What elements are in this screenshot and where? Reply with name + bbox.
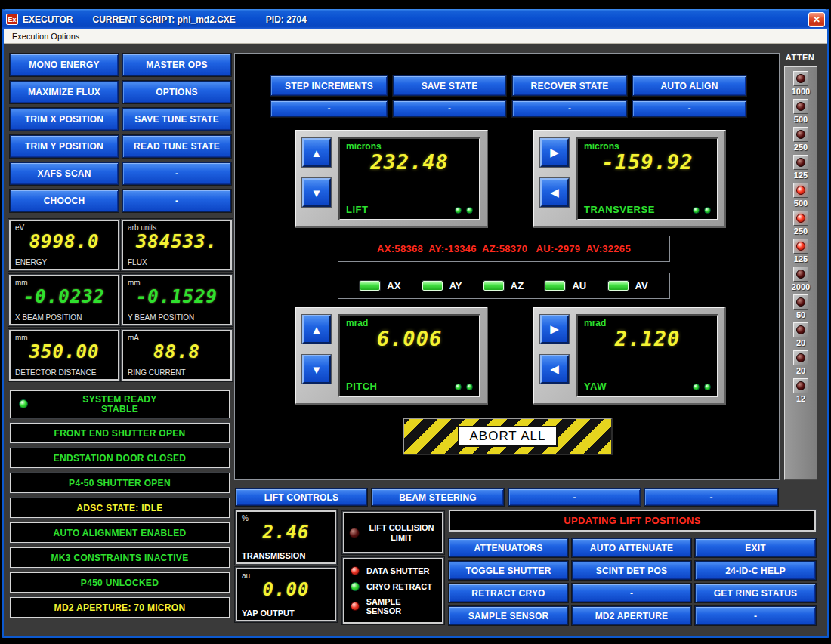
tab-blank-1[interactable]: - <box>508 488 641 506</box>
transverse-status-led-1 <box>693 207 700 214</box>
data-shutter-label: DATA SHUTTER <box>366 566 430 575</box>
lift-down-arrow-button[interactable]: ▼ <box>302 178 331 207</box>
yap-value: 0.00 <box>242 579 330 600</box>
lift-display: microns 232.48 LIFT <box>338 137 480 220</box>
yaw-status-led-2 <box>704 384 711 390</box>
status-text: P4-50 SHUTTER OPEN <box>69 478 171 488</box>
ax-label: AX <box>387 280 400 291</box>
transverse-left-arrow-button[interactable]: ◀ <box>540 178 569 207</box>
button-24idc-help[interactable]: 24-ID-C HELP <box>695 561 816 580</box>
attenuator-item-5[interactable]: 250 <box>793 211 808 236</box>
x-beam-value: -0.0232 <box>15 286 113 307</box>
button-blank-3[interactable]: - <box>572 584 691 602</box>
status-md2-aperture: MD2 APERTURE: 70 MICRON <box>10 597 230 618</box>
button-read-tune-state[interactable]: READ TUNE STATE <box>122 135 231 158</box>
status-text: MD2 APERTURE: 70 MICRON <box>54 602 186 613</box>
yaw-left-arrow-button[interactable]: ◀ <box>540 355 569 384</box>
button-save-tune-state[interactable]: SAVE TUNE STATE <box>122 108 231 131</box>
readout-grid: eV 8998.0 ENERGY arb units 384533. FLUX … <box>9 220 233 381</box>
transmission-label: TRANSMISSION <box>242 551 305 560</box>
attenuator-item-6[interactable]: 125 <box>793 239 808 263</box>
button-step-increments[interactable]: STEP INCREMENTS <box>270 75 388 96</box>
attenuator-item-1[interactable]: 500 <box>793 99 808 124</box>
sample-sensor-label: SAMPLE SENSOR <box>366 597 436 615</box>
attenuator-item-8[interactable]: 50 <box>793 294 808 319</box>
tab-lift-controls[interactable]: LIFT CONTROLS <box>236 488 367 506</box>
tab-beam-steering[interactable]: BEAM STEERING <box>372 488 504 506</box>
yaw-right-arrow-button[interactable]: ▶ <box>540 315 569 344</box>
button-maximize-flux[interactable]: MAXIMIZE FLUX <box>10 81 119 103</box>
button-sample-sensor[interactable]: SAMPLE SENSOR <box>449 606 568 625</box>
button-blank-2[interactable]: - <box>122 190 231 212</box>
attenuator-led <box>796 297 805 307</box>
button-toggle-shutter[interactable]: TOGGLE SHUTTER <box>449 561 568 580</box>
attenuator-item-0[interactable]: 1000 <box>792 71 810 96</box>
button-auto-align[interactable]: AUTO ALIGN <box>632 75 746 96</box>
energy-value: 8998.0 <box>15 231 113 252</box>
transverse-display: microns -159.92 TRANSVERSE <box>576 137 718 220</box>
pitch-up-arrow-button[interactable]: ▲ <box>302 315 331 344</box>
button-md2-aperture[interactable]: MD2 APERTURE <box>572 606 691 625</box>
sub-button-3[interactable]: - <box>512 100 627 117</box>
lift-collision-panel: LIFT COLLISION LIMIT <box>343 512 443 553</box>
transverse-right-arrow-button[interactable]: ▶ <box>540 138 569 167</box>
button-recover-state[interactable]: RECOVER STATE <box>512 75 627 96</box>
attenuator-item-4[interactable]: 500 <box>793 183 808 208</box>
sub-button-4[interactable]: - <box>632 100 746 117</box>
button-xafs-scan[interactable]: XAFS SCAN <box>10 162 119 185</box>
button-trim-y-position[interactable]: TRIM Y POSITION <box>10 135 119 158</box>
cryo-retract-row: CRYO RETRACT <box>351 582 436 591</box>
button-trim-x-position[interactable]: TRIM X POSITION <box>10 108 119 131</box>
button-save-state[interactable]: SAVE STATE <box>393 75 506 96</box>
axis-indicator-ay: AY <box>422 280 462 291</box>
button-auto-attenuate[interactable]: AUTO ATTENUATE <box>572 538 691 557</box>
tab-blank-2[interactable]: - <box>644 488 778 506</box>
left-button-grid: MONO ENERGY MASTER OPS MAXIMIZE FLUX OPT… <box>10 54 232 212</box>
attenuator-item-3[interactable]: 125 <box>793 155 808 180</box>
status-p450-lock: P450 UNLOCKED <box>10 572 230 593</box>
button-get-ring-status[interactable]: GET RING STATUS <box>695 584 816 602</box>
lift-up-arrow-button[interactable]: ▲ <box>302 138 331 167</box>
menu-bar: Execution Options <box>4 29 827 44</box>
sub-button-2[interactable]: - <box>393 100 506 117</box>
abort-all-button[interactable]: ABORT ALL <box>403 418 613 455</box>
attenuator-item-7[interactable]: 2000 <box>792 267 810 291</box>
button-attenuators[interactable]: ATTENUATORS <box>449 538 568 557</box>
attenuator-item-2[interactable]: 250 <box>793 127 808 152</box>
status-text: ENDSTATION DOOR CLOSED <box>54 453 187 464</box>
menu-execution-options[interactable]: Execution Options <box>9 31 82 42</box>
transverse-name-label: TRANSVERSE <box>584 204 655 215</box>
yaw-name-label: YAW <box>584 381 607 392</box>
pitch-down-arrow-button[interactable]: ▼ <box>302 355 331 384</box>
button-chooch[interactable]: CHOOCH <box>10 190 119 212</box>
status-text: P450 UNLOCKED <box>81 578 159 588</box>
status-auto-alignment: AUTO ALIGNMENT ENABLED <box>10 522 230 543</box>
button-mono-energy[interactable]: MONO ENERGY <box>10 54 119 76</box>
button-blank-1[interactable]: - <box>122 162 231 185</box>
ring-current-label: RING CURRENT <box>128 368 186 377</box>
attenuator-item-11[interactable]: 12 <box>793 378 808 403</box>
attenuator-item-9[interactable]: 20 <box>793 322 808 347</box>
window-title: EXECUTOR <box>23 14 73 25</box>
ay-active-indicator <box>422 281 443 291</box>
button-options[interactable]: OPTIONS <box>122 81 231 103</box>
attenuator-led-bezel <box>793 99 808 114</box>
close-icon[interactable]: ✕ <box>808 12 825 27</box>
status-column: SYSTEM READY STABLE FRONT END SHUTTER OP… <box>10 390 230 618</box>
attenuator-header: ATTEN <box>781 53 819 64</box>
button-retract-cryo[interactable]: RETRACT CRYO <box>449 584 568 602</box>
attenuator-item-10[interactable]: 20 <box>793 350 808 375</box>
button-blank-4[interactable]: - <box>695 606 816 625</box>
button-scint-det-pos[interactable]: SCINT DET POS <box>572 561 691 580</box>
sub-button-1[interactable]: - <box>270 100 388 117</box>
lift-collision-label: LIFT COLLISION LIMIT <box>366 523 437 543</box>
ay-label: AY <box>449 280 462 291</box>
button-master-ops[interactable]: MASTER OPS <box>122 54 231 76</box>
attenuator-led <box>796 102 805 111</box>
ring-current-value: 88.8 <box>128 341 226 362</box>
status-banner: UPDATING LIFT POSITIONS <box>449 510 816 532</box>
attenuator-led-bezel <box>793 294 808 310</box>
attenuator-led-bezel <box>793 350 808 365</box>
attenuator-led-bezel <box>793 71 808 86</box>
button-exit[interactable]: EXIT <box>695 538 816 557</box>
